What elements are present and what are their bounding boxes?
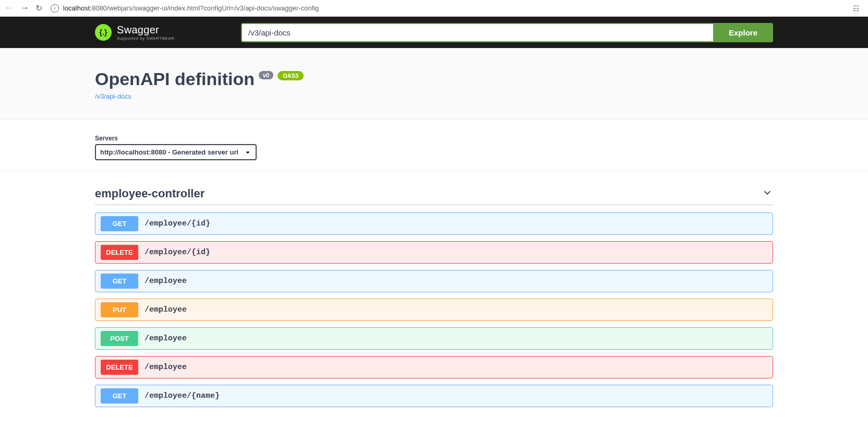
explore-input[interactable] xyxy=(241,23,713,42)
back-button[interactable]: ← xyxy=(4,3,14,14)
url-path: /webjars/swagger-ui/index.html?configUrl… xyxy=(107,4,319,12)
operation-row[interactable]: GET/employee/{name} xyxy=(95,385,773,407)
operation-path: /employee xyxy=(144,363,187,372)
api-title: OpenAPI definition xyxy=(95,69,255,89)
version-badge: v0 xyxy=(259,71,273,79)
http-method-badge: GET xyxy=(101,274,138,289)
operation-row[interactable]: GET/employee/{id} xyxy=(95,212,773,235)
oas-badge: OAS3 xyxy=(278,71,304,80)
explore-form: Explore xyxy=(241,23,773,42)
logo-subtitle: Supported by SMARTBEAR xyxy=(117,36,174,41)
operation-row[interactable]: DELETE/employee xyxy=(95,356,773,378)
operation-row[interactable]: DELETE/employee/{id} xyxy=(95,241,773,264)
swagger-logo[interactable]: {.} Swagger Supported by SMARTBEAR xyxy=(95,24,231,41)
http-method-badge: GET xyxy=(101,388,138,404)
operation-row[interactable]: GET/employee xyxy=(95,270,773,292)
http-method-badge: DELETE xyxy=(101,245,138,260)
site-info-icon[interactable]: i xyxy=(51,4,59,13)
operation-path: /employee/{id} xyxy=(144,248,210,257)
operation-row[interactable]: POST/employee xyxy=(95,327,773,350)
operation-path: /employee xyxy=(144,277,187,286)
http-method-badge: DELETE xyxy=(101,360,138,375)
translate-icon[interactable]: ☷ xyxy=(853,4,864,13)
browser-toolbar: ← → ↻ i localhost:8080/webjars/swagger-u… xyxy=(0,0,868,17)
forward-button[interactable]: → xyxy=(20,3,29,14)
swagger-topbar: {.} Swagger Supported by SMARTBEAR Explo… xyxy=(0,17,868,48)
operation-path: /employee xyxy=(144,334,187,343)
operations-list: GET/employee/{id}DELETE/employee/{id}GET… xyxy=(95,212,773,407)
explore-button[interactable]: Explore xyxy=(713,23,773,42)
logo-title: Swagger xyxy=(117,24,174,36)
chevron-down-icon xyxy=(762,187,773,200)
operations-section: employee-controller GET/employee/{id}DEL… xyxy=(0,171,868,434)
operation-path: /employee xyxy=(144,305,187,314)
http-method-badge: GET xyxy=(101,216,138,231)
reload-button[interactable]: ↻ xyxy=(35,3,42,13)
tag-header[interactable]: employee-controller xyxy=(95,187,773,205)
http-method-badge: PUT xyxy=(101,302,138,317)
servers-section: Servers http://localhost:8080 - Generate… xyxy=(0,120,868,171)
info-section: OpenAPI definition v0 OAS3 /v3/api-docs xyxy=(0,48,868,120)
servers-select[interactable]: http://localhost:8080 - Generated server… xyxy=(95,144,257,160)
http-method-badge: POST xyxy=(101,331,138,346)
swagger-logo-icon: {.} xyxy=(95,24,112,41)
operation-path: /employee/{id} xyxy=(144,219,210,228)
url-host: localhost xyxy=(63,4,90,12)
url-port: :8080 xyxy=(90,4,107,12)
operation-path: /employee/{name} xyxy=(144,391,220,400)
api-docs-link[interactable]: /v3/api-docs xyxy=(95,92,131,100)
operation-row[interactable]: PUT/employee xyxy=(95,299,773,321)
tag-name: employee-controller xyxy=(95,187,204,200)
servers-label: Servers xyxy=(95,135,773,142)
address-bar[interactable]: i localhost:8080/webjars/swagger-ui/inde… xyxy=(49,4,847,13)
